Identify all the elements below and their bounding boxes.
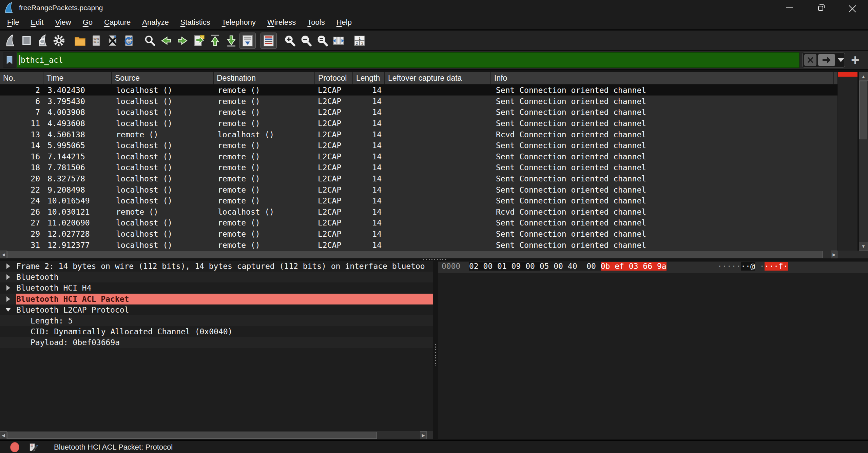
packet-list-hscrollbar[interactable]: ◀ ▶ [0,251,837,258]
go-forward-button[interactable] [174,33,191,49]
detail-row[interactable]: Bluetooth HCI H4 [0,282,433,293]
capture-restart-button[interactable] [35,33,51,49]
expert-info-icon[interactable] [10,442,19,452]
scroll-right-arrow[interactable]: ▶ [420,431,427,439]
expander-collapsed-icon[interactable] [0,285,16,291]
menu-view[interactable]: View [49,16,77,29]
filter-bookmark-button[interactable] [3,53,16,67]
packet-row[interactable]: 2610.030121remote ()localhost ()L2CAP14R… [0,206,837,218]
packet-bytes-pane[interactable]: 0000 02 00 01 09 00 05 00 40 00 0b ef 03… [438,261,868,439]
scroll-up-arrow[interactable]: ▲ [859,72,868,81]
hex-span-hit: 0b ef 03 66 9a [601,262,667,271]
menu-capture[interactable]: Capture [98,16,136,29]
column-header-info[interactable]: Info [491,72,834,84]
packet-row[interactable]: 63.795430localhost ()remote ()L2CAP14Sen… [0,96,837,107]
horizontal-splitter[interactable] [0,258,868,261]
column-header-no[interactable]: No. [0,72,43,84]
packet-row[interactable]: 2711.020690localhost ()remote ()L2CAP14S… [0,217,837,229]
close-button[interactable] [836,0,868,15]
vscroll-thumb[interactable] [859,81,867,139]
chevron-down-icon[interactable] [838,58,844,62]
expander-collapsed-icon[interactable] [0,296,16,302]
menu-edit[interactable]: Edit [25,16,49,29]
menu-telephony[interactable]: Telephony [216,16,262,29]
column-header-destination[interactable]: Destination [214,72,315,84]
auto-scroll-button[interactable] [239,33,256,49]
expander-collapsed-icon[interactable] [0,263,16,269]
detail-row[interactable]: Bluetooth L2CAP Protocol [0,304,433,315]
scroll-left-arrow[interactable]: ◀ [0,251,7,258]
cell-info: Sent Connection oriented channel [491,97,834,106]
detail-row[interactable]: Bluetooth HCI ACL Packet [0,294,433,304]
detail-row[interactable]: Bluetooth [0,272,433,282]
menu-file[interactable]: File [1,16,25,29]
detail-row[interactable]: Frame 2: 14 bytes on wire (112 bits), 14… [0,261,433,272]
layout-button[interactable]: 123 [351,33,368,49]
packet-row[interactable]: 2912.027728localhost ()remote ()L2CAP14S… [0,229,837,240]
capture-options-button[interactable] [51,33,67,49]
expander-expanded-icon[interactable] [0,308,16,312]
reload-file-button[interactable]: 01010110 [121,33,137,49]
column-header-time[interactable]: Time [43,72,112,84]
open-file-button[interactable] [72,33,88,49]
scroll-right-arrow[interactable]: ▶ [831,251,837,258]
detail-row[interactable]: CID: Dynamically Allocated Channel (0x00… [0,326,433,337]
packet-row[interactable]: 74.003908localhost ()remote ()L2CAP14Sen… [0,107,837,118]
menu-go[interactable]: Go [77,16,98,29]
column-header-leftover-capture-data[interactable]: Leftover capture data [385,72,491,84]
packet-list-vscrollbar[interactable]: ▲ ▼ [859,72,868,251]
capture-stop-button[interactable] [18,33,35,49]
packet-row[interactable]: 134.506138remote ()localhost ()L2CAP14Rc… [0,129,837,140]
packet-row[interactable]: 208.327578localhost ()remote ()L2CAP14Se… [0,173,837,184]
go-first-button[interactable] [207,33,223,49]
column-header-length[interactable]: Length [353,72,385,84]
cell-no: 18 [0,163,43,172]
packet-row[interactable]: 114.493608localhost ()remote ()L2CAP14Se… [0,118,837,129]
packet-row[interactable]: 167.144215localhost ()remote ()L2CAP14Se… [0,151,837,162]
save-file-button[interactable]: 01010110 [88,33,104,49]
packet-row[interactable]: 23.402430localhost ()remote ()L2CAP14Sen… [0,85,837,96]
packet-row[interactable]: 3112.912377localhost ()remote ()L2CAP14S… [0,239,837,251]
packet-row[interactable]: 2410.016549localhost ()remote ()L2CAP14S… [0,195,837,206]
filter-apply-button[interactable] [818,54,835,66]
packet-row[interactable]: 229.208498localhost ()remote ()L2CAP14Se… [0,184,837,195]
minimize-button[interactable] [773,0,805,15]
go-to-packet-button[interactable] [191,33,207,49]
capture-start-button[interactable] [2,33,18,49]
go-back-button[interactable] [158,33,174,49]
vertical-splitter[interactable] [433,261,438,439]
display-filter-input[interactable]: bthci_acl [17,52,799,68]
hscroll-thumb[interactable] [7,251,823,258]
expander-collapsed-icon[interactable] [0,274,16,280]
detail-row[interactable]: Payload: 0bef03669a [0,337,433,348]
filter-clear-button[interactable] [804,54,816,66]
resize-columns-button[interactable] [330,33,347,49]
menu-tools[interactable]: Tools [302,16,330,29]
capture-comment-icon[interactable] [29,442,38,452]
packet-list-minimap[interactable] [837,72,857,251]
column-header-protocol[interactable]: Protocol [315,72,353,84]
zoom-out-button[interactable] [298,33,314,49]
packet-row[interactable]: 145.995065localhost ()remote ()L2CAP14Se… [0,140,837,151]
zoom-normal-button[interactable] [314,33,330,49]
detail-row[interactable]: Length: 5 [0,315,433,326]
menu-analyze[interactable]: Analyze [136,16,174,29]
hex-bytes[interactable]: 02 00 01 09 00 05 00 40 00 0b ef 03 66 9… [469,262,667,271]
restore-button[interactable] [805,0,836,15]
packet-row[interactable]: 187.781506localhost ()remote ()L2CAP14Se… [0,162,837,173]
close-file-button[interactable]: 01010110 [104,33,121,49]
scroll-left-arrow[interactable]: ◀ [0,431,7,439]
hex-ascii[interactable]: ·······@ ····f· [717,262,788,271]
details-hscrollbar[interactable]: ◀ ▶ [0,431,433,439]
hscroll-thumb[interactable] [7,432,377,439]
colorize-button[interactable] [261,33,277,49]
find-packet-button[interactable] [142,33,158,49]
filter-add-button[interactable]: + [851,55,860,65]
go-last-button[interactable] [223,33,239,49]
zoom-in-button[interactable] [282,33,298,49]
menu-wireless[interactable]: Wireless [262,16,302,29]
menu-help[interactable]: Help [331,16,358,29]
menu-statistics[interactable]: Statistics [175,16,216,29]
scroll-down-arrow[interactable]: ▼ [859,242,868,251]
column-header-source[interactable]: Source [112,72,214,84]
